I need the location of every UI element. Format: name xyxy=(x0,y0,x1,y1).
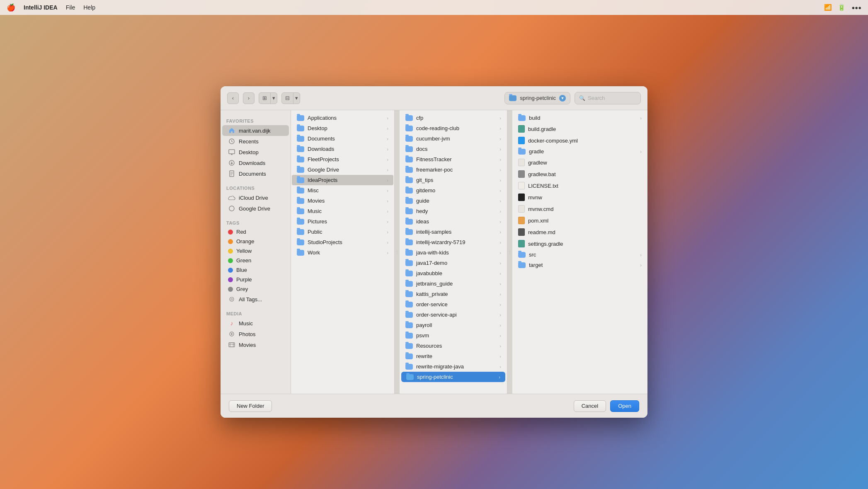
location-chevron[interactable]: ▼ xyxy=(559,95,566,102)
col2-gitdemo[interactable]: gitdemo › xyxy=(400,185,506,196)
col2-intellij-samples[interactable]: intellij-samples › xyxy=(400,227,506,237)
col3-mvnw[interactable]: mvnw xyxy=(513,191,647,203)
col1-applications[interactable]: Applications › xyxy=(292,113,393,123)
search-box[interactable]: 🔍 Search xyxy=(575,92,641,104)
sidebar-item-desktop[interactable]: Desktop xyxy=(222,147,289,157)
open-button[interactable]: Open xyxy=(610,400,639,412)
sidebar-item-downloads[interactable]: Downloads xyxy=(222,157,289,168)
col3-settings-gradle[interactable]: settings.gradle xyxy=(513,238,647,249)
col1-public[interactable]: Public › xyxy=(292,227,393,237)
sidebar-item-home[interactable]: marit.van.dijk xyxy=(222,125,289,136)
col2-freemarker-poc[interactable]: freemarker-poc › xyxy=(400,165,506,175)
grid-view-button[interactable]: ⊟ xyxy=(282,93,293,104)
sidebar-item-icloud[interactable]: iCloud Drive xyxy=(222,192,289,203)
col2-order-service-api[interactable]: order-service-api › xyxy=(400,310,506,320)
tag-label: All Tags... xyxy=(239,296,262,303)
col3-gradlew-bat[interactable]: gradlew.bat xyxy=(513,168,647,180)
col2-resources[interactable]: Resources › xyxy=(400,341,506,351)
back-button[interactable]: ‹ xyxy=(227,92,239,104)
col2-psvm[interactable]: psvm › xyxy=(400,330,506,341)
sidebar-tag-purple[interactable]: Purple xyxy=(222,275,289,284)
svg-point-5 xyxy=(230,297,234,301)
chevron-icon: › xyxy=(387,178,388,183)
file-icon xyxy=(518,159,525,166)
resize-handle-2[interactable] xyxy=(507,110,512,394)
sidebar-tag-all[interactable]: All Tags... xyxy=(222,294,289,305)
grid-dropdown-button[interactable]: ▾ xyxy=(293,93,300,104)
sidebar-photos[interactable]: Photos xyxy=(222,329,289,339)
col1-music[interactable]: Music › xyxy=(292,206,393,216)
col2-code-reading-club[interactable]: code-reading-club › xyxy=(400,123,506,133)
col3-readme-md[interactable]: readme.md xyxy=(513,226,647,238)
col2-intellij-wizardry[interactable]: intellij-wizardry-5719 › xyxy=(400,237,506,247)
col3-mvnw-cmd[interactable]: mvnw.cmd xyxy=(513,203,647,215)
col1-work[interactable]: Work › xyxy=(292,247,393,258)
col1-fleetprojects[interactable]: FleetProjects › xyxy=(292,154,393,165)
col1-studioprojects[interactable]: StudioProjects › xyxy=(292,237,393,247)
col1-desktop[interactable]: Desktop › xyxy=(292,123,393,133)
col3-target[interactable]: target › xyxy=(513,260,647,270)
col2-fitnesstracker[interactable]: FitnessTracker › xyxy=(400,154,506,165)
view-dropdown-button[interactable]: ▾ xyxy=(271,93,277,104)
col1-documents[interactable]: Documents › xyxy=(292,133,393,144)
col-item-label: spring-petclinic xyxy=(417,374,453,380)
col2-ideas[interactable]: ideas › xyxy=(400,216,506,227)
col1-downloads[interactable]: Downloads › xyxy=(292,144,393,154)
new-folder-button[interactable]: New Folder xyxy=(229,400,272,412)
col3-gradlew[interactable]: gradlew xyxy=(513,157,647,168)
col1-pictures[interactable]: Pictures › xyxy=(292,216,393,227)
sidebar-tag-green[interactable]: Green xyxy=(222,256,289,265)
col3-license[interactable]: LICENSE.txt xyxy=(513,180,647,191)
apple-menu[interactable]: 🍎 xyxy=(7,3,15,12)
menu-help[interactable]: Help xyxy=(83,4,95,11)
sidebar-item-label: Google Drive xyxy=(239,206,270,212)
location-pill[interactable]: spring-petclinic ▼ xyxy=(504,92,570,104)
col2-hedy[interactable]: hedy › xyxy=(400,206,506,216)
app-name[interactable]: IntelliJ IDEA xyxy=(24,4,58,11)
col3-gradle[interactable]: gradle › xyxy=(513,146,647,157)
col2-cucumber-jvm[interactable]: cucumber-jvm › xyxy=(400,133,506,144)
col2-docs[interactable]: docs › xyxy=(400,144,506,154)
col2-git_tips[interactable]: git_tips › xyxy=(400,175,506,185)
sidebar-tag-orange[interactable]: Orange xyxy=(222,237,289,246)
forward-button[interactable]: › xyxy=(243,92,255,104)
col2-guide[interactable]: guide › xyxy=(400,196,506,206)
col2-spring-petclinic[interactable]: spring-petclinic › xyxy=(401,372,505,382)
sidebar-item-googledrive[interactable]: Google Drive xyxy=(222,203,289,214)
col2-jetbrains-guide[interactable]: jetbrains_guide › xyxy=(400,278,506,289)
col2-java-with-kids[interactable]: java-with-kids › xyxy=(400,247,506,258)
cancel-button[interactable]: Cancel xyxy=(574,400,606,412)
battery-icon[interactable]: 🔋 xyxy=(838,4,846,11)
col-item-label: Desktop xyxy=(308,125,327,131)
sidebar-tag-yellow[interactable]: Yellow xyxy=(222,246,289,256)
col3-docker-compose[interactable]: docker-compose.yml xyxy=(513,135,647,146)
col3-src[interactable]: src › xyxy=(513,249,647,260)
col2-order-service[interactable]: order-service › xyxy=(400,299,506,310)
col2-rewrite[interactable]: rewrite › xyxy=(400,351,506,361)
sidebar-item-recents[interactable]: Recents xyxy=(222,136,289,147)
col2-kattis-private[interactable]: kattis_private › xyxy=(400,289,506,299)
sidebar-tag-red[interactable]: Red xyxy=(222,227,289,237)
wifi-icon[interactable]: 📶 xyxy=(824,4,832,11)
col2-cfp[interactable]: cfp › xyxy=(400,113,506,123)
col3-build[interactable]: build › xyxy=(513,113,647,123)
sidebar-movies[interactable]: Movies xyxy=(222,339,289,350)
sidebar-item-documents[interactable]: Documents xyxy=(222,168,289,179)
column-view-button[interactable]: ⊞ xyxy=(259,93,271,104)
col2-rewrite-migrate-java[interactable]: rewrite-migrate-java › xyxy=(400,361,506,372)
sidebar-tag-grey[interactable]: Grey xyxy=(222,284,289,294)
folder-icon xyxy=(405,291,413,297)
col3-build-gradle[interactable]: build.gradle xyxy=(513,123,647,135)
col1-misc[interactable]: Misc › xyxy=(292,185,393,196)
sidebar-tag-blue[interactable]: Blue xyxy=(222,265,289,275)
col3-pom-xml[interactable]: pom.xml xyxy=(513,215,647,226)
col1-ideaprojects[interactable]: IdeaProjects › xyxy=(292,175,393,185)
menu-file[interactable]: File xyxy=(66,4,75,11)
col1-movies[interactable]: Movies › xyxy=(292,196,393,206)
col2-payroll[interactable]: payroll › xyxy=(400,320,506,330)
resize-handle-1[interactable] xyxy=(395,110,400,394)
col1-googledrive[interactable]: Google Drive › xyxy=(292,165,393,175)
col2-javabubble[interactable]: javabubble › xyxy=(400,268,506,278)
sidebar-music[interactable]: ♪ Music xyxy=(222,318,289,329)
col2-java17-demo[interactable]: java17-demo › xyxy=(400,258,506,268)
